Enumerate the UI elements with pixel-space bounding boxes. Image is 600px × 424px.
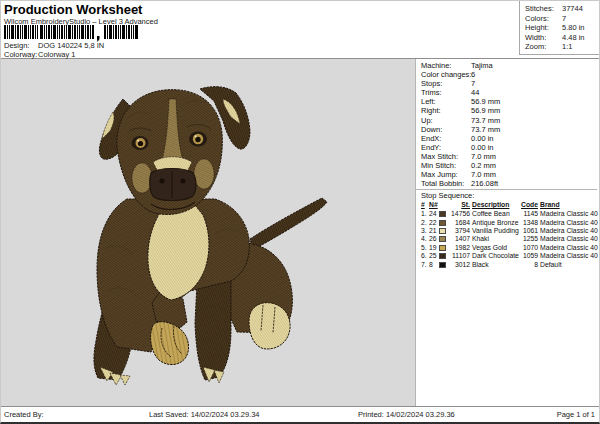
thread-color-swatch [439, 220, 446, 226]
needle-number: 19 [429, 244, 439, 252]
needle-number: 21 [429, 227, 439, 235]
thread-brand: Madeira Classic 40 [540, 252, 599, 260]
thread-brand: Madeira Classic 40 [540, 244, 599, 252]
stop-sequence-row: 7.83012Black8Default [421, 261, 599, 269]
thread-description: Khaki [472, 235, 521, 243]
stop-number: 2. [421, 219, 429, 227]
machine-info-row: EndX:0.00 in [421, 134, 597, 143]
thread-description: Coffee Bean [472, 210, 521, 218]
production-worksheet-page: Production Worksheet Wilcom EmbroiderySt… [0, 0, 600, 424]
machine-info-row: Total Bobbin:216.08ft [421, 179, 597, 188]
machine-info-value: 0.2 mm [471, 161, 496, 170]
stop-number: 7. [421, 261, 429, 269]
thread-swatch-cell [439, 235, 448, 243]
stop-number: 3. [421, 227, 429, 235]
thread-swatch-cell [439, 219, 448, 227]
stat-label: Colors: [525, 14, 562, 24]
stat-value: 4.48 in [562, 33, 585, 43]
thread-code: 1059 [521, 252, 540, 260]
stat-row: Stitches:37744 [525, 4, 597, 14]
thread-code: 8 [521, 261, 540, 269]
thread-brand: Madeira Classic 40 [540, 235, 599, 243]
stat-row: Zoom:1:1 [525, 42, 597, 52]
stat-value: 5.80 in [562, 23, 585, 33]
stop-sequence-row: 6.2511107Dark Chocolate1059Madeira Class… [421, 252, 599, 260]
design-preview-area [1, 59, 415, 407]
stat-row: Colors:7 [525, 14, 597, 24]
machine-info-row: Up:73.7 mm [421, 116, 597, 125]
machine-info-value: 216.08ft [471, 179, 498, 188]
needle-number: 25 [429, 252, 439, 260]
thread-brand: Madeira Classic 40 [540, 227, 599, 235]
machine-info-row: Trims:44 [421, 88, 597, 97]
stop-sequence-row: 5.191982Vegas Gold1070Madeira Classic 40 [421, 244, 599, 252]
design-row: Design:DOG 140224 5,8 IN [4, 41, 104, 50]
thread-code: 1070 [521, 244, 540, 252]
stop-sequence-table: #N#St.DescriptionCodeBrand 1.2414756Coff… [421, 201, 599, 269]
column-header: # [421, 201, 429, 210]
stitch-count: 3794 [448, 227, 472, 235]
stat-value: 37744 [562, 4, 583, 14]
needle-number: 26 [429, 235, 439, 243]
header: Production Worksheet Wilcom EmbroiderySt… [1, 1, 599, 59]
machine-info-value: 0.00 in [471, 143, 494, 152]
machine-info-value: 7.0 mm [471, 170, 496, 179]
stat-label: Height: [525, 23, 562, 33]
machine-info-row: EndY:0.00 in [421, 143, 597, 152]
machine-info-label: Stops: [421, 79, 471, 88]
stop-sequence-row: 2.221684Antique Bronze1348Madeira Classi… [421, 219, 599, 227]
column-header: St. [448, 201, 472, 210]
design-label: Design: [4, 41, 38, 50]
thread-description: Vanilla Pudding [472, 227, 521, 235]
created-by-label: Created By: [4, 410, 44, 419]
thread-description: Antique Bronze [472, 219, 521, 227]
machine-info-label: EndX: [421, 134, 471, 143]
stop-number: 1. [421, 210, 429, 218]
machine-info-list: Machine:TajimaColor changes:6Stops:7Trim… [421, 61, 597, 188]
page-number: Page 1 of 1 [557, 410, 595, 419]
page-title: Production Worksheet [4, 2, 142, 17]
stat-label: Zoom: [525, 42, 562, 52]
stitch-count: 1684 [448, 219, 472, 227]
stitch-count: 1982 [448, 244, 472, 252]
thread-color-swatch [439, 262, 446, 268]
stitch-count: 1407 [448, 235, 472, 243]
machine-info-label: Left: [421, 97, 471, 106]
stop-number: 5. [421, 244, 429, 252]
column-header: Code [521, 201, 540, 210]
column-header: Description [472, 201, 521, 210]
machine-info-row: Max Jump:7.0 mm [421, 170, 597, 179]
thread-code: 1255 [521, 235, 540, 243]
machine-info-row: Down:73.7 mm [421, 125, 597, 134]
details-panel: Machine:TajimaColor changes:6Stops:7Trim… [415, 59, 599, 407]
thread-code: 1348 [521, 219, 540, 227]
stat-value: 1:1 [562, 42, 572, 52]
machine-info-label: Max Jump: [421, 170, 471, 179]
thread-swatch-cell [439, 210, 448, 218]
thread-code: 1061 [521, 227, 540, 235]
column-header: Brand [540, 201, 599, 210]
thread-swatch-cell [439, 227, 448, 235]
machine-info-label: Machine: [421, 61, 471, 70]
thread-color-swatch [439, 236, 446, 242]
machine-info-label: EndY: [421, 143, 471, 152]
column-header: N# [429, 201, 439, 210]
machine-info-label: Max Stitch: [421, 152, 471, 161]
thread-swatch-cell [439, 252, 448, 260]
machine-info-value: 6 [471, 70, 475, 79]
machine-info-value: 73.7 mm [471, 116, 500, 125]
machine-info-label: Trims: [421, 88, 471, 97]
thread-brand: Madeira Classic 40 [540, 210, 599, 218]
stat-row: Width:4.48 in [525, 33, 597, 43]
machine-info-label: Min Stitch: [421, 161, 471, 170]
machine-info-value: 56.9 mm [471, 106, 500, 115]
stop-sequence-row: 4.261407Khaki1255Madeira Classic 40 [421, 235, 599, 243]
thread-color-swatch [439, 253, 446, 259]
machine-info-row: Min Stitch:0.2 mm [421, 161, 597, 170]
machine-info-label: Right: [421, 106, 471, 115]
footer: Created By: Last Saved: 14/02/2024 03.29… [1, 406, 599, 422]
machine-info-label: Down: [421, 125, 471, 134]
machine-info-row: Stops:7 [421, 79, 597, 88]
stop-number: 6. [421, 252, 429, 260]
machine-info-value: 73.7 mm [471, 125, 500, 134]
